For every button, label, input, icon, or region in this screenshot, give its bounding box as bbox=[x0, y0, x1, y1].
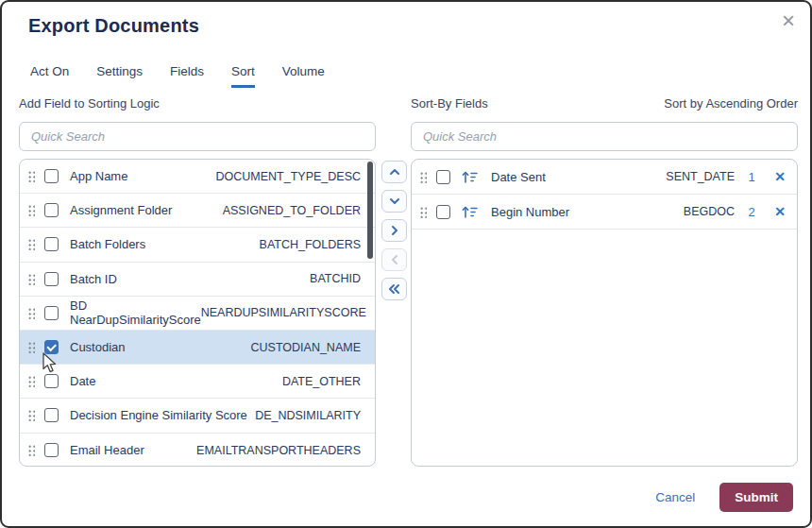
field-checkbox[interactable] bbox=[44, 374, 59, 388]
move-to-sort-button[interactable] bbox=[381, 219, 407, 242]
field-name: Custodian bbox=[70, 340, 251, 354]
chevron-up-icon bbox=[389, 168, 400, 176]
drag-handle-icon[interactable] bbox=[419, 171, 427, 183]
sort-order-number: 1 bbox=[735, 170, 769, 184]
field-row[interactable]: Batch ID BATCHID bbox=[20, 263, 375, 297]
field-name: Email Header bbox=[70, 443, 196, 457]
drag-handle-icon[interactable] bbox=[27, 307, 35, 319]
sort-field-name: Begin Number bbox=[491, 205, 684, 219]
submit-button[interactable]: Submit bbox=[719, 483, 793, 512]
drag-handle-icon[interactable] bbox=[27, 341, 35, 353]
sort-field-checkbox[interactable] bbox=[436, 205, 450, 219]
field-checkbox[interactable] bbox=[44, 203, 59, 217]
drag-handle-icon[interactable] bbox=[419, 206, 427, 218]
field-row-custodian[interactable]: Custodian CUSTODIAN_NAME bbox=[20, 331, 375, 365]
drag-handle-icon[interactable] bbox=[27, 238, 35, 250]
chevron-down-icon bbox=[389, 197, 400, 205]
left-panel-heading: Add Field to Sorting Logic bbox=[19, 96, 376, 111]
sort-by-fields-panel: Sort-By Fields Sort by Ascending Order D… bbox=[411, 96, 798, 467]
field-checkbox[interactable] bbox=[44, 443, 59, 457]
chevron-right-icon bbox=[391, 225, 398, 236]
field-code: CUSTODIAN_NAME bbox=[251, 341, 361, 354]
drag-handle-icon[interactable] bbox=[27, 444, 35, 456]
field-code: DE_NDSIMILARITY bbox=[255, 409, 361, 422]
left-quick-search-input[interactable] bbox=[19, 122, 376, 151]
tab-act-on[interactable]: Act On bbox=[30, 64, 69, 88]
available-fields-list: App Name DOCUMENT_TYPE_DESC Assignment F… bbox=[19, 159, 376, 467]
sort-ascending-icon[interactable] bbox=[462, 170, 478, 184]
right-panel-heading: Sort-By Fields bbox=[411, 96, 488, 111]
field-name: Assignment Folder bbox=[70, 203, 223, 217]
field-name: Batch Folders bbox=[70, 237, 260, 251]
drag-handle-icon[interactable] bbox=[27, 273, 35, 285]
field-checkbox[interactable] bbox=[44, 340, 59, 354]
close-icon[interactable]: × bbox=[782, 9, 795, 32]
drag-handle-icon[interactable] bbox=[27, 409, 35, 421]
move-up-button[interactable] bbox=[381, 161, 407, 183]
tab-bar: Act On Settings Fields Sort Volume bbox=[30, 64, 325, 88]
field-row[interactable]: Assignment Folder ASSIGNED_TO_FOLDER bbox=[20, 194, 375, 228]
dialog-title: Export Documents bbox=[28, 15, 199, 37]
field-code: DOCUMENT_TYPE_DESC bbox=[216, 170, 362, 183]
tab-fields[interactable]: Fields bbox=[170, 64, 204, 88]
field-row[interactable]: Email Header EMAILTRANSPORTHEADERS bbox=[20, 434, 375, 468]
sort-field-name: Date Sent bbox=[491, 170, 666, 184]
transfer-button-column bbox=[381, 161, 407, 300]
field-row[interactable]: Date DATE_OTHER bbox=[20, 365, 375, 399]
field-name: Decision Engine Similarity Score bbox=[70, 408, 255, 422]
tab-volume[interactable]: Volume bbox=[282, 64, 325, 88]
field-name: Batch ID bbox=[70, 272, 310, 286]
field-checkbox[interactable] bbox=[44, 169, 59, 183]
remove-all-from-sort-button[interactable] bbox=[381, 278, 407, 300]
tab-sort[interactable]: Sort bbox=[231, 64, 255, 88]
sort-field-row[interactable]: Date Sent SENT_DATE 1 ✕ bbox=[412, 160, 797, 195]
field-code: ASSIGNED_TO_FOLDER bbox=[223, 204, 361, 217]
remove-from-sort-button bbox=[381, 248, 407, 271]
dialog-footer: Cancel Submit bbox=[655, 483, 793, 512]
sort-by-fields-list: Date Sent SENT_DATE 1 ✕ Begin Number BEG… bbox=[411, 159, 798, 467]
drag-handle-icon[interactable] bbox=[27, 204, 35, 216]
remove-field-icon[interactable]: ✕ bbox=[769, 204, 786, 219]
field-row[interactable]: App Name DOCUMENT_TYPE_DESC bbox=[20, 160, 375, 194]
sort-field-code: BEGDOC bbox=[684, 205, 735, 218]
field-checkbox[interactable] bbox=[44, 237, 59, 251]
field-name: BD NearDupSimilarityScore bbox=[70, 298, 201, 327]
field-checkbox[interactable] bbox=[44, 272, 59, 286]
drag-handle-icon[interactable] bbox=[27, 375, 35, 387]
field-code: EMAILTRANSPORTHEADERS bbox=[196, 444, 361, 457]
sort-ascending-icon[interactable] bbox=[462, 205, 478, 219]
field-code: NEARDUPSIMILARITYSCORE bbox=[201, 306, 366, 319]
field-checkbox[interactable] bbox=[44, 408, 59, 422]
remove-field-icon[interactable]: ✕ bbox=[769, 169, 786, 184]
field-name: Date bbox=[70, 374, 282, 388]
cancel-button[interactable]: Cancel bbox=[655, 490, 695, 504]
tab-settings[interactable]: Settings bbox=[96, 64, 143, 88]
field-code: DATE_OTHER bbox=[282, 375, 361, 388]
available-fields-panel: Add Field to Sorting Logic App Name DOCU… bbox=[19, 96, 376, 467]
field-checkbox[interactable] bbox=[44, 306, 59, 320]
field-name: App Name bbox=[70, 169, 216, 183]
move-down-button[interactable] bbox=[381, 190, 407, 213]
sort-order-note: Sort by Ascending Order bbox=[664, 96, 798, 111]
field-row[interactable]: Decision Engine Similarity Score DE_NDSI… bbox=[20, 399, 375, 433]
double-chevron-left-icon bbox=[388, 283, 400, 295]
field-code: BATCH_FOLDERS bbox=[260, 238, 361, 251]
sort-order-number: 2 bbox=[735, 205, 769, 219]
scrollbar-thumb[interactable] bbox=[367, 162, 373, 259]
drag-handle-icon[interactable] bbox=[27, 170, 35, 182]
right-quick-search-input[interactable] bbox=[411, 122, 798, 151]
sort-field-checkbox[interactable] bbox=[436, 170, 450, 184]
field-code: BATCHID bbox=[310, 272, 361, 285]
field-row[interactable]: BD NearDupSimilarityScore NEARDUPSIMILAR… bbox=[20, 297, 375, 331]
chevron-left-icon bbox=[391, 254, 398, 265]
field-row[interactable]: Batch Folders BATCH_FOLDERS bbox=[20, 228, 375, 262]
export-documents-dialog: Export Documents × Act On Settings Field… bbox=[0, 0, 812, 528]
sort-field-code: SENT_DATE bbox=[666, 170, 735, 183]
sort-field-row[interactable]: Begin Number BEGDOC 2 ✕ bbox=[412, 195, 797, 230]
